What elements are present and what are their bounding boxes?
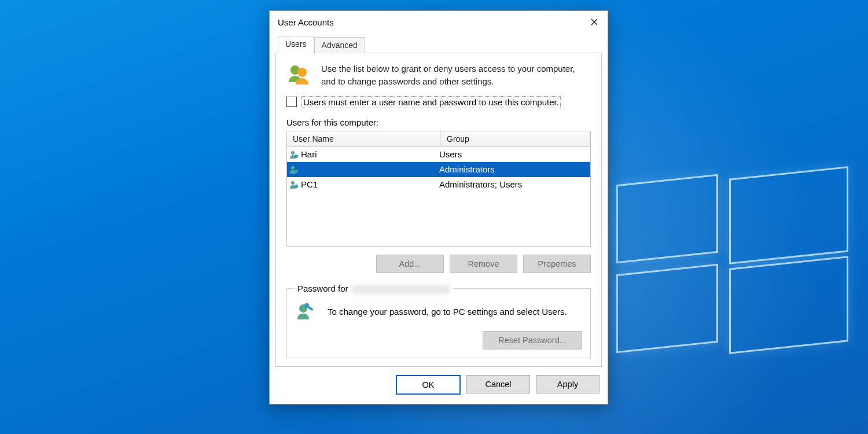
user-row[interactable]: Hari Users [287, 147, 590, 162]
svg-point-3 [295, 155, 298, 158]
user-row-selected[interactable]: Administrators [287, 162, 590, 177]
svg-point-2 [291, 151, 295, 155]
remove-button[interactable]: Remove [450, 255, 517, 273]
user-icon [289, 165, 299, 174]
user-icon [289, 150, 299, 159]
windows-logo-icon [616, 179, 848, 353]
redacted-username [352, 285, 450, 294]
close-button[interactable] [581, 13, 608, 31]
user-group: Administrators; Users [437, 179, 590, 189]
require-password-label[interactable]: Users must enter a user name and passwor… [301, 96, 561, 108]
desktop-background: User Accounts Users Advanced Use th [0, 0, 868, 434]
password-group: Password for To change your password, go… [286, 284, 591, 358]
user-group: Users [437, 149, 590, 159]
dialog-button-row: OK Cancel Apply [270, 367, 608, 404]
tab-panel-users: Use the list below to grant or deny user… [275, 53, 602, 367]
tab-strip: Users Advanced [275, 36, 602, 53]
tab-advanced[interactable]: Advanced [314, 37, 365, 53]
apply-button[interactable]: Apply [536, 375, 599, 393]
list-header: User Name Group [287, 131, 590, 147]
svg-point-4 [291, 166, 295, 170]
password-hint: To change your password, go to PC settin… [328, 307, 567, 317]
ok-button[interactable]: OK [396, 375, 461, 395]
add-button[interactable]: Add... [376, 255, 444, 273]
titlebar[interactable]: User Accounts [270, 11, 608, 33]
properties-button[interactable]: Properties [523, 255, 591, 273]
key-user-icon [295, 301, 317, 323]
svg-point-10 [304, 303, 309, 308]
user-name: Hari [301, 149, 317, 159]
svg-point-7 [295, 185, 298, 188]
user-row[interactable]: PC1 Administrators; Users [287, 177, 590, 192]
svg-point-1 [297, 68, 307, 77]
column-group[interactable]: Group [441, 131, 590, 146]
close-icon [591, 19, 598, 25]
svg-point-6 [291, 181, 295, 185]
user-accounts-dialog: User Accounts Users Advanced Use th [269, 10, 608, 404]
password-group-legend: Password for [295, 284, 453, 294]
users-listbox[interactable]: User Name Group Hari Users [286, 131, 591, 247]
tab-users[interactable]: Users [278, 36, 314, 53]
intro-text: Use the list below to grant or deny user… [321, 62, 591, 88]
window-title: User Accounts [278, 17, 334, 27]
user-group: Administrators [437, 164, 590, 174]
svg-point-5 [295, 170, 298, 173]
users-icon [286, 62, 311, 87]
users-list-label: Users for this computer: [286, 117, 591, 127]
reset-password-button[interactable]: Reset Password... [483, 331, 582, 350]
user-icon [289, 180, 299, 189]
column-username[interactable]: User Name [287, 131, 441, 146]
require-password-checkbox[interactable] [286, 97, 297, 107]
cancel-button[interactable]: Cancel [466, 375, 530, 393]
user-name: PC1 [301, 179, 318, 189]
